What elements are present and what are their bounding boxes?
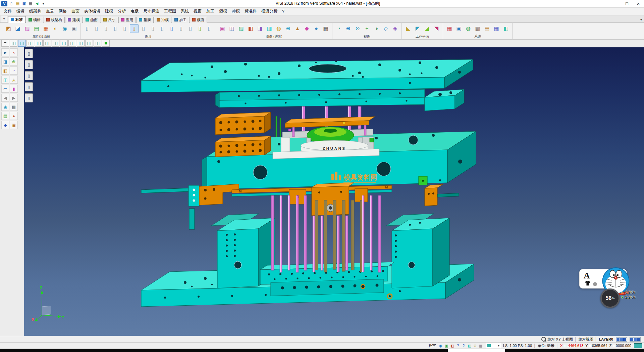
workplane-iso-icon[interactable]: ◤ <box>413 24 422 33</box>
erase-icon[interactable]: × <box>10 48 18 56</box>
clipboard-button[interactable]: ▯ <box>25 60 33 69</box>
axis-icon[interactable]: ⊕ <box>473 343 478 348</box>
menu-item-线架构[interactable]: 线架构 <box>27 8 44 15</box>
perspective-view-icon[interactable]: ◈ <box>391 24 399 33</box>
graphics-icon[interactable]: ▯ <box>167 24 176 33</box>
tab-模流[interactable]: 模流 <box>190 17 207 23</box>
active-layer-label[interactable]: LAYER0 <box>599 337 613 341</box>
zoom-window-icon[interactable]: ⊙ <box>353 24 362 33</box>
menu-item-建模[interactable]: 建模 <box>103 8 115 15</box>
tab-加工[interactable]: 加工 <box>172 17 189 23</box>
model-ejector-pins[interactable] <box>271 195 381 272</box>
layer-color-swatch-group[interactable] <box>616 337 627 342</box>
transparency-icon[interactable]: ▥ <box>265 24 274 33</box>
tab-标准[interactable]: 标准 <box>8 16 25 23</box>
color-dropdown[interactable]: ▼ <box>486 343 501 348</box>
wireframe-view-icon[interactable]: ◇ <box>381 24 390 33</box>
shade-view-icon[interactable]: ◑ <box>372 24 381 33</box>
cube-icon[interactable]: ◧ <box>501 24 510 33</box>
clipboard-button[interactable]: ▯ <box>25 71 33 80</box>
select-icon[interactable]: ► <box>1 48 9 56</box>
iso-ne-view-icon[interactable]: ◫ <box>68 40 76 47</box>
magnifier-icon[interactable] <box>541 337 546 342</box>
iso-nw-view-icon[interactable]: ◫ <box>77 40 85 47</box>
taskbar-peek-segment[interactable] <box>448 349 505 352</box>
menu-item-尺寸标注[interactable]: 尺寸标注 <box>141 8 162 15</box>
graphics-icon[interactable]: ▯ <box>158 24 167 33</box>
graphics-icon[interactable]: ▯ <box>111 24 120 33</box>
color-swatch[interactable] <box>637 338 640 341</box>
undo-icon[interactable]: ◀ <box>1 94 9 102</box>
menu-item-曲面[interactable]: 曲面 <box>69 8 82 15</box>
graphics-icon[interactable]: ▯ <box>130 24 139 33</box>
redo-icon[interactable]: ▶ <box>10 94 18 102</box>
tab-塑膜[interactable]: 塑膜 <box>136 17 154 23</box>
lock-attributes-icon[interactable]: ▣ <box>70 24 78 33</box>
new-file-icon[interactable]: ▯ <box>9 1 14 6</box>
menu-item-视窗[interactable]: 视窗 <box>191 8 204 15</box>
clipboard-button[interactable]: ▯ <box>25 93 33 102</box>
model-side-clamp-blocks[interactable] <box>215 112 271 157</box>
snap-lock-label[interactable]: 拴牢 <box>429 343 436 348</box>
tab-应用[interactable]: 应用 <box>118 17 136 23</box>
net-speed-gauge[interactable]: 56% <box>600 289 620 308</box>
workplane-face-icon[interactable]: ◢ <box>423 24 431 33</box>
brush-attributes-icon[interactable]: ◩ <box>4 24 13 33</box>
layers-icon[interactable]: ▤ <box>1 112 9 120</box>
info-icon[interactable]: ◉ <box>1 103 9 111</box>
screen-icon[interactable]: ▣ <box>454 24 463 33</box>
menu-item-编辑[interactable]: 编辑 <box>14 8 27 15</box>
image-icon[interactable]: ▣ <box>444 343 449 348</box>
iso-view-icon[interactable]: ◫ <box>10 40 17 47</box>
menu-item-电极[interactable]: 电极 <box>128 8 141 15</box>
trim-icon[interactable]: ◨ <box>1 57 9 65</box>
menu-item-分析[interactable]: 分析 <box>115 8 128 15</box>
color-swatch[interactable] <box>634 338 637 341</box>
help-icon[interactable]: ◆ <box>1 121 9 129</box>
3d-model-canvas[interactable]: 模具资料网 <box>24 47 644 336</box>
matrix-icon[interactable]: ▦ <box>492 24 501 33</box>
graphics-icon[interactable]: ▯ <box>205 24 214 33</box>
tab-编辑[interactable]: 编辑 <box>26 17 43 23</box>
note-icon[interactable]: ▣ <box>10 121 18 129</box>
graphics-icon[interactable]: ▯ <box>92 24 101 33</box>
quickbar-dropdown-icon[interactable]: ▾ <box>41 1 46 6</box>
graphics-icon[interactable]: ▯ <box>149 24 157 33</box>
menu-item-系统[interactable]: 系统 <box>178 8 191 15</box>
menu-item-文件[interactable]: 文件 <box>1 8 14 15</box>
paint-icon[interactable]: ◧ <box>450 343 455 348</box>
graphics-icon[interactable]: ▯ <box>120 24 129 33</box>
model-upper-plate-stack[interactable] <box>215 89 464 111</box>
iso-sw-view-icon[interactable]: ◫ <box>94 40 101 47</box>
background-icon[interactable]: ● <box>312 24 321 33</box>
graphics-icon[interactable]: ▯ <box>196 24 204 33</box>
pan-view-icon[interactable]: + <box>363 24 371 33</box>
graphics-icon[interactable]: ▯ <box>139 24 148 33</box>
top-view-icon[interactable]: ◫ <box>18 40 26 47</box>
right-view-icon[interactable]: ◫ <box>52 40 59 47</box>
shading-icon[interactable]: ◫ <box>227 24 236 33</box>
point-icon[interactable]: ● <box>10 112 18 120</box>
absolute-view-label[interactable]: 绝对视图 <box>579 337 593 342</box>
layer-color-swatch-group[interactable] <box>630 337 641 342</box>
offset-icon[interactable]: ◬ <box>10 76 18 84</box>
menu-item-模流分析[interactable]: 模流分析 <box>259 8 280 15</box>
selection-mask-icon[interactable]: ▨ <box>23 24 32 33</box>
menu-item-冲模[interactable]: 冲模 <box>229 8 242 15</box>
left-view-icon[interactable]: ◫ <box>43 40 51 47</box>
clipboard-button[interactable]: ▯ <box>25 82 33 91</box>
shaded-view-icon[interactable]: ■ <box>102 40 110 47</box>
table-icon[interactable]: ▤ <box>483 24 491 33</box>
graphics-icon[interactable]: ▯ <box>177 24 185 33</box>
measure-icon[interactable]: ▭ <box>1 85 9 93</box>
lighting-icon[interactable]: ◍ <box>274 24 283 33</box>
palette-icon[interactable]: ▦ <box>445 24 454 33</box>
iso-se-view-icon[interactable]: ◫ <box>85 40 93 47</box>
menu-item-加工[interactable]: 加工 <box>204 8 217 15</box>
widget-gray-button[interactable] <box>593 282 597 286</box>
graphics-icon[interactable]: ▯ <box>102 24 110 33</box>
3d-viewport[interactable]: ▯▯▯▯▯ <box>24 47 644 336</box>
edges-icon[interactable]: ▲ <box>293 24 302 33</box>
menu-item-?[interactable]: ? <box>280 8 287 15</box>
menu-item-网格[interactable]: 网格 <box>56 8 69 15</box>
